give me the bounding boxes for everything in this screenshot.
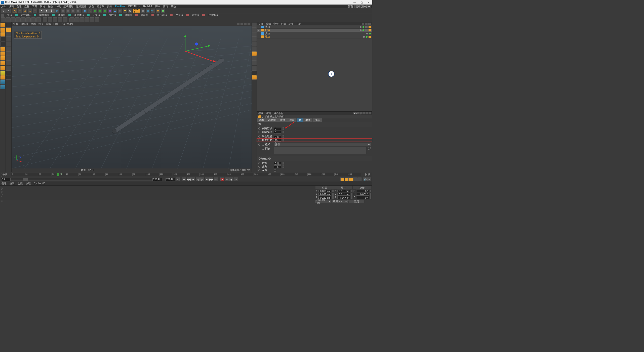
- add-camera-button[interactable]: [118, 9, 122, 13]
- pal-7[interactable]: 径向域: [124, 13, 133, 17]
- menu-pipeline[interactable]: 流水线: [97, 5, 104, 8]
- axis-x-button[interactable]: X: [39, 9, 44, 13]
- omm-4[interactable]: 标签: [289, 22, 294, 26]
- rs-9[interactable]: [252, 66, 257, 70]
- viewport-canvas[interactable]: Number of emitters: 0 Total live particl…: [12, 26, 252, 168]
- lift-input[interactable]: 0 %: [274, 165, 281, 168]
- options-button[interactable]: ≡: [367, 178, 371, 181]
- menu-volume[interactable]: 体积: [56, 5, 61, 8]
- timeline-track[interactable]: 0102030405060708090100110120130140150160…: [11, 173, 361, 176]
- menu-window[interactable]: 窗口: [163, 5, 168, 8]
- size-z-input[interactable]: 894.494 cm: [337, 196, 350, 199]
- t3-1[interactable]: [6, 17, 11, 22]
- ls1-11[interactable]: [0, 75, 5, 80]
- om-list[interactable]: 地面 ▾扫描 多边 螺旋 ✦: [257, 25, 372, 111]
- menu-select[interactable]: 选择: [24, 5, 29, 8]
- minimize-button[interactable]: —: [353, 1, 356, 4]
- tool-d[interactable]: [161, 9, 165, 13]
- linear-damp-input[interactable]: 0 %: [274, 135, 281, 138]
- material-manager[interactable]: [0, 186, 314, 200]
- tool-b[interactable]: [146, 9, 150, 13]
- record-button[interactable]: ●: [220, 178, 224, 181]
- keyopt-button[interactable]: ◇: [234, 178, 238, 181]
- pal-2[interactable]: 圆柱体域: [38, 13, 50, 17]
- ls2-4[interactable]: [6, 42, 11, 46]
- menu-edit[interactable]: 编辑: [9, 5, 14, 8]
- rs-7[interactable]: [252, 56, 257, 61]
- subtab-dynamics[interactable]: 动力学: [266, 118, 278, 122]
- render-settings-button[interactable]: [76, 9, 80, 13]
- t3-15[interactable]: [79, 17, 84, 22]
- spinner[interactable]: [332, 193, 334, 196]
- recent-tool[interactable]: [33, 9, 37, 13]
- spinner[interactable]: [370, 193, 371, 196]
- pal-4[interactable]: 圆锥体域: [73, 13, 85, 17]
- add-light-button[interactable]: [123, 9, 127, 13]
- vpm-2[interactable]: 显示: [31, 22, 36, 26]
- t3-3[interactable]: [16, 17, 21, 22]
- t3-18[interactable]: [95, 17, 99, 22]
- pal-11[interactable]: 公式域: [191, 13, 200, 17]
- t3-13[interactable]: [69, 17, 74, 22]
- rs-8[interactable]: [252, 61, 257, 65]
- omm-3[interactable]: 对象: [281, 22, 286, 26]
- ls2-1[interactable]: [6, 27, 11, 32]
- ls1-10[interactable]: [0, 70, 5, 75]
- menu-script[interactable]: 脚本: [155, 5, 160, 8]
- vpm-1[interactable]: 摄像机: [21, 22, 28, 26]
- spinner[interactable]: [283, 165, 284, 168]
- size-x-input[interactable]: 0.915 cm: [337, 190, 350, 192]
- menu-mesh[interactable]: 网格: [40, 5, 45, 8]
- spinner[interactable]: [351, 193, 352, 196]
- timeline[interactable]: 0 F 010203040506070809010011012013014015…: [0, 172, 372, 177]
- next-key-button[interactable]: ▶▶: [209, 178, 213, 181]
- rs-2[interactable]: [252, 32, 257, 37]
- ls1-1[interactable]: [0, 27, 5, 32]
- rec-pla-button[interactable]: [357, 178, 361, 181]
- subtab-cache[interactable]: 缓存: [313, 118, 322, 122]
- t3-12[interactable]: [63, 17, 67, 22]
- am-nav-up-icon[interactable]: ▴: [359, 112, 362, 114]
- omm-5[interactable]: 书签: [296, 22, 301, 26]
- ls2-0[interactable]: [6, 23, 11, 27]
- vp-nav-icon[interactable]: [248, 23, 250, 25]
- vp-nav-icon[interactable]: [240, 23, 243, 25]
- menu-spline[interactable]: 样条: [48, 5, 53, 8]
- vp-nav-icon[interactable]: [244, 23, 247, 25]
- rec-scale-button[interactable]: [345, 178, 349, 181]
- rot-h-input[interactable]: 0 °: [356, 190, 369, 192]
- ls1-9[interactable]: [0, 66, 5, 70]
- play-back-button[interactable]: ◁: [196, 178, 200, 181]
- subtab-softbody[interactable]: 柔体: [303, 118, 313, 122]
- render-view-button[interactable]: [61, 9, 65, 13]
- playhead[interactable]: 34: [57, 173, 59, 176]
- am-new-icon[interactable]: [366, 112, 368, 114]
- spinner[interactable]: [283, 127, 284, 130]
- pal-6[interactable]: 线性域: [108, 13, 117, 17]
- goto-start-button[interactable]: ⏮: [182, 178, 186, 181]
- select-tool[interactable]: [13, 9, 17, 13]
- spinner[interactable]: [370, 196, 371, 199]
- menu-help[interactable]: 帮助: [171, 5, 176, 8]
- om-icon[interactable]: [365, 23, 368, 25]
- pal-5[interactable]: 环状域: [92, 13, 101, 17]
- ls2-8[interactable]: [6, 61, 11, 65]
- t3-17[interactable]: [90, 17, 94, 22]
- axis-y-button[interactable]: Y: [44, 9, 49, 13]
- maximize-button[interactable]: ▢: [360, 1, 363, 4]
- ls1-6[interactable]: [0, 51, 5, 56]
- rec-rot-button[interactable]: [349, 178, 353, 181]
- bbt-1[interactable]: 编辑: [10, 182, 15, 185]
- pal-0[interactable]: 关域: [6, 13, 13, 17]
- vpm-6[interactable]: ProRender: [61, 23, 73, 25]
- prev-frame-button[interactable]: ◀: [191, 178, 195, 181]
- t3-4[interactable]: [21, 17, 26, 22]
- menu-mograph[interactable]: 运动图形: [63, 5, 73, 8]
- anim-dot-icon[interactable]: [258, 162, 260, 164]
- spinner[interactable]: [332, 190, 334, 192]
- goto-end-button[interactable]: ⏭: [214, 178, 218, 181]
- add-array-button[interactable]: [103, 9, 107, 13]
- ls2-2[interactable]: [6, 32, 11, 37]
- rot-b-input[interactable]: 0 °: [356, 196, 369, 199]
- ls1-4[interactable]: [0, 42, 5, 46]
